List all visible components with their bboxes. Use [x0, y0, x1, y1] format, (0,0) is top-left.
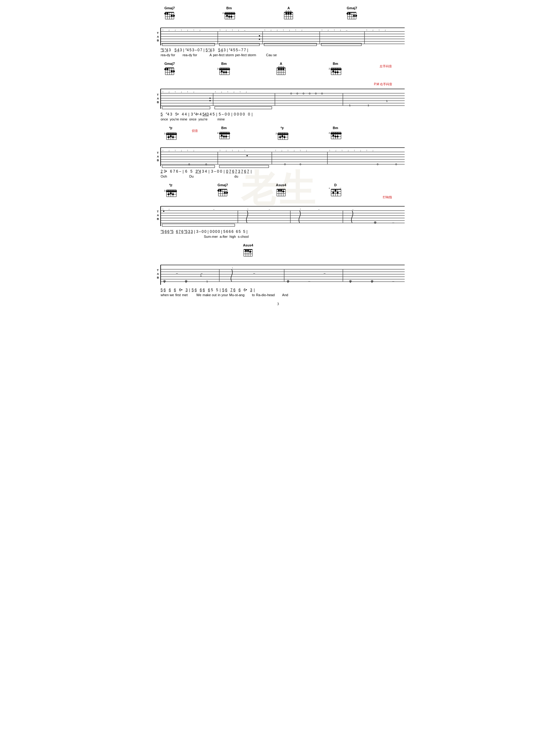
notation-4: #5 6 6 #5 6 7 6 #5 3 3 | 3 – 0 0 | 0 0 0 [151, 228, 405, 235]
svg-point-26 [231, 16, 232, 17]
svg-text:–: – [392, 220, 394, 224]
svg-text:T: T [157, 269, 159, 272]
svg-text:↑: ↑ [244, 149, 245, 152]
chord-bm-4: Bm 2 [217, 126, 231, 140]
svg-point-149 [282, 68, 284, 70]
svg-point-12 [173, 15, 175, 17]
lyrics-2: once you're mine once you're mine [151, 117, 405, 123]
svg-text:0: 0 [395, 163, 397, 166]
svg-point-342 [226, 192, 228, 194]
svg-point-261 [333, 135, 334, 137]
svg-point-366 [335, 190, 336, 191]
svg-text:↑: ↑ [187, 91, 188, 93]
svg-text:↓: ↓ [276, 29, 278, 32]
svg-point-163 [337, 71, 339, 73]
svg-text:–: – [176, 272, 178, 275]
svg-point-408 [247, 250, 249, 252]
chord-bm-3: Bm 2 [329, 62, 342, 76]
svg-text:↑: ↑ [287, 149, 288, 152]
svg-point-234 [223, 136, 225, 137]
svg-text:↑: ↑ [275, 149, 276, 152]
svg-text:↑: ↑ [175, 91, 176, 93]
svg-text:↑: ↑ [187, 149, 188, 152]
svg-text:↑: ↑ [232, 266, 233, 269]
svg-text:↓: ↓ [225, 29, 227, 32]
svg-point-119 [171, 70, 173, 72]
svg-text:2: 2 [164, 189, 166, 192]
svg-point-352 [278, 190, 280, 191]
svg-text:↑: ↑ [162, 91, 164, 93]
svg-text:0: 0 [297, 92, 298, 95]
sheet-music-page: 老生 Gmaj7 [139, 0, 417, 378]
svg-text:1: 1 [200, 274, 202, 277]
svg-text:–: – [269, 208, 270, 211]
svg-point-383 [163, 211, 164, 212]
svg-text:↓: ↓ [301, 29, 303, 32]
svg-point-146 [283, 66, 284, 68]
svg-text:↓: ↓ [270, 29, 272, 32]
svg-text:↑: ↑ [193, 29, 194, 32]
svg-point-353 [280, 190, 282, 191]
svg-point-339 [217, 190, 219, 191]
svg-text:A: A [157, 97, 159, 100]
svg-text:2: 2 [222, 12, 224, 14]
svg-point-132 [221, 70, 223, 72]
svg-text:↓: ↓ [360, 149, 361, 152]
svg-point-235 [225, 136, 227, 137]
svg-point-145 [280, 66, 282, 68]
svg-text:B: B [157, 276, 159, 279]
svg-text:2: 2 [276, 132, 277, 135]
chord-gmaj7-3: Gmaj7 [164, 62, 175, 76]
svg-text:1: 1 [350, 281, 351, 283]
lyrics-4: Sum-mer a-fter high s-chool [151, 235, 405, 240]
svg-text:↑: ↑ [232, 29, 233, 32]
svg-text:↑: ↑ [264, 29, 265, 32]
svg-text:↓: ↓ [193, 91, 194, 93]
svg-point-368 [333, 192, 334, 194]
svg-point-54 [355, 15, 357, 17]
svg-point-327 [170, 192, 172, 194]
svg-text:1: 1 [206, 280, 208, 283]
svg-point-328 [172, 193, 174, 195]
svg-text:A: A [157, 273, 159, 276]
svg-text:↑: ↑ [162, 149, 164, 152]
svg-rect-312 [219, 165, 269, 168]
svg-text:↑: ↑ [247, 208, 248, 211]
svg-point-41 [290, 13, 291, 14]
chord-asus4-1: Asus4 [276, 183, 287, 197]
svg-rect-103 [321, 43, 361, 46]
svg-text:↑: ↑ [295, 29, 296, 32]
svg-point-247 [281, 135, 283, 137]
svg-text:0: 0 [309, 92, 310, 95]
page-number: 3 [151, 302, 405, 307]
lyrics-3: Ooh Du du [151, 174, 405, 180]
svg-text:↓: ↓ [175, 29, 176, 32]
svg-text:↑: ↑ [219, 29, 220, 32]
svg-text:–: – [213, 208, 215, 211]
svg-point-203 [209, 98, 211, 99]
svg-text:↑: ↑ [283, 29, 284, 32]
svg-text:↓: ↓ [385, 29, 386, 32]
svg-text:↑: ↑ [366, 149, 367, 152]
svg-text:–: – [392, 279, 394, 283]
svg-text:↓: ↓ [221, 91, 222, 93]
svg-text:B: B [157, 39, 159, 42]
svg-text:0: 0 [377, 163, 378, 166]
chord-bm-1: Bm 2 [222, 6, 236, 21]
svg-text:↑: ↑ [300, 208, 301, 211]
svg-text:T: T [157, 151, 159, 154]
svg-rect-202 [215, 107, 272, 109]
svg-text:↑: ↑ [215, 91, 216, 93]
svg-point-133 [223, 71, 225, 73]
chord-a-1: A [283, 6, 294, 21]
svg-text:↓: ↓ [199, 29, 201, 32]
svg-text:–: – [352, 208, 354, 211]
svg-point-354 [282, 190, 284, 192]
svg-point-221 [168, 136, 170, 138]
svg-text:↓: ↓ [372, 149, 374, 152]
svg-text:1: 1 [386, 100, 388, 103]
svg-text:–: – [244, 29, 246, 32]
svg-point-11 [171, 15, 173, 17]
svg-point-147 [278, 68, 280, 70]
svg-text:0: 0 [321, 92, 323, 95]
